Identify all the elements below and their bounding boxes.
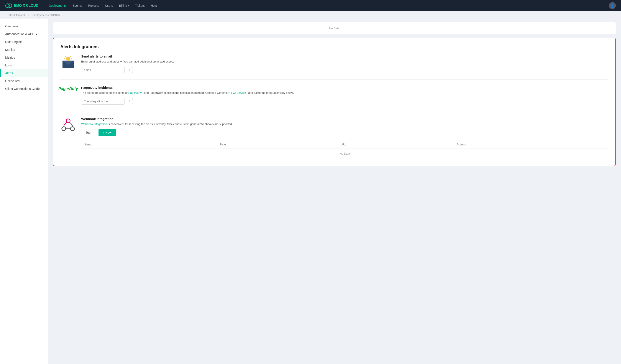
pagerduty-section-body: PagerDuty incidents The alerts are sent … [81, 86, 608, 105]
svg-line-8 [66, 56, 66, 57]
sidebar-item-client-connections[interactable]: Client Connections Guide [0, 85, 48, 93]
pagerduty-icon: PagerDuty [60, 87, 76, 91]
integration-key-input[interactable] [81, 98, 124, 105]
webhook-section: Webhook integration Webhook integration … [60, 117, 608, 159]
webhook-section-desc: Webhook integration is convenient for re… [81, 122, 608, 126]
pagerduty-section: PagerDuty PagerDuty incidents The alerts… [60, 86, 608, 111]
pagerduty-logo-text: PagerDuty [58, 87, 78, 91]
logo: EMQ X CLOUD [5, 3, 38, 8]
nav-users[interactable]: Users [105, 4, 113, 7]
sidebar-item-metrics[interactable]: Metrics [0, 54, 48, 61]
nav-help[interactable]: Help [151, 4, 157, 7]
webhook-table-no-data-row: No Data [81, 148, 608, 159]
nav-tickets[interactable]: Tickets [135, 4, 145, 7]
webhook-button-row: Test + New [81, 129, 608, 136]
sidebar-item-logs[interactable]: Logs [0, 61, 48, 69]
logo-icon [5, 3, 12, 8]
sidebar-item-alerts[interactable]: Alerts [0, 69, 48, 77]
sidebar-item-auth-acl[interactable]: Authentication & ACL ▾ [0, 30, 48, 38]
email-section-title: Send alerts to email [81, 54, 608, 58]
test-button[interactable]: Test [81, 129, 96, 136]
pagerduty-section-desc: The alerts are sent to the incidents of … [81, 91, 608, 95]
avatar[interactable]: 👤 [609, 2, 616, 9]
email-input[interactable] [81, 67, 124, 73]
header-nav: Deployments Events Projects Users Billin… [49, 4, 602, 7]
email-section: Send alerts to email Enter email address… [60, 54, 608, 80]
email-section-body: Send alerts to email Enter email address… [81, 54, 608, 73]
col-actions: Actions [454, 141, 608, 148]
pagerduty-link[interactable]: PagerDuty [128, 91, 142, 94]
breadcrumb-deployment: deployment-v2049162 [33, 14, 61, 17]
email-icon [60, 55, 76, 70]
new-button[interactable]: + New [99, 129, 116, 136]
breadcrumb-project[interactable]: Default Project [6, 14, 25, 17]
integration-key-add-button[interactable]: + [127, 98, 133, 104]
main-content: No Data Alerts Integrations [48, 19, 621, 364]
sidebar-item-overview[interactable]: Overview [0, 22, 48, 30]
integration-key-input-row: + [81, 98, 608, 105]
svg-point-5 [67, 57, 70, 60]
webhook-no-data: No Data [81, 148, 608, 159]
sidebar-item-monitor[interactable]: Monitor [0, 46, 48, 54]
pagerduty-section-title: PagerDuty incidents [81, 86, 608, 89]
col-url: URL [338, 141, 454, 148]
webhook-table: Name Type URL Actions No Data [81, 141, 608, 159]
svg-point-1 [8, 4, 12, 8]
webhook-icon-wrap [60, 118, 76, 133]
email-input-row: + [81, 67, 608, 73]
webhook-table-body: No Data [81, 148, 608, 159]
webhook-section-title: Webhook integration [81, 117, 608, 121]
email-add-button[interactable]: + [127, 67, 133, 73]
api-v2-service-link[interactable]: API v2 Service [227, 91, 246, 94]
webhook-section-body: Webhook integration Webhook integration … [81, 117, 608, 159]
svg-point-11 [62, 127, 66, 131]
sidebar-item-rule-engine[interactable]: Rule Engine [0, 38, 48, 46]
svg-line-7 [70, 56, 71, 57]
alerts-integrations-card: Alerts Integrations [53, 38, 616, 166]
logo-text: EMQ X CLOUD [14, 4, 38, 8]
col-name: Name [81, 141, 217, 148]
auth-acl-chevron-icon: ▾ [35, 32, 37, 36]
header-right: 👤 [609, 2, 616, 9]
sidebar-item-online-test[interactable]: Online Test [0, 77, 48, 85]
email-illustration-icon [61, 55, 75, 70]
webhook-table-header-row: Name Type URL Actions [81, 141, 608, 148]
nav-deployments[interactable]: Deployments [49, 4, 67, 7]
breadcrumb: Default Project / deployment-v2049162 [0, 11, 621, 19]
billing-chevron-icon: ▾ [128, 4, 129, 7]
webhook-table-header: Name Type URL Actions [81, 141, 608, 148]
nav-billing[interactable]: Billing ▾ [119, 4, 129, 7]
sidebar: Overview Authentication & ACL ▾ Rule Eng… [0, 19, 48, 364]
header: EMQ X CLOUD Deployments Events Projects … [0, 0, 621, 11]
no-data-top-bar: No Data [53, 22, 616, 34]
alerts-integrations-title: Alerts Integrations [60, 44, 608, 49]
nav-events[interactable]: Events [73, 4, 82, 7]
webhook-integration-link[interactable]: Webhook integration [81, 122, 107, 126]
col-type: Type [217, 141, 338, 148]
breadcrumb-separator: / [28, 14, 29, 17]
webhook-illustration-icon [61, 118, 75, 133]
svg-point-12 [70, 127, 74, 131]
nav-projects[interactable]: Projects [88, 4, 99, 7]
email-section-desc: Enter email address and press +. You can… [81, 59, 608, 64]
layout: Overview Authentication & ACL ▾ Rule Eng… [0, 19, 621, 364]
